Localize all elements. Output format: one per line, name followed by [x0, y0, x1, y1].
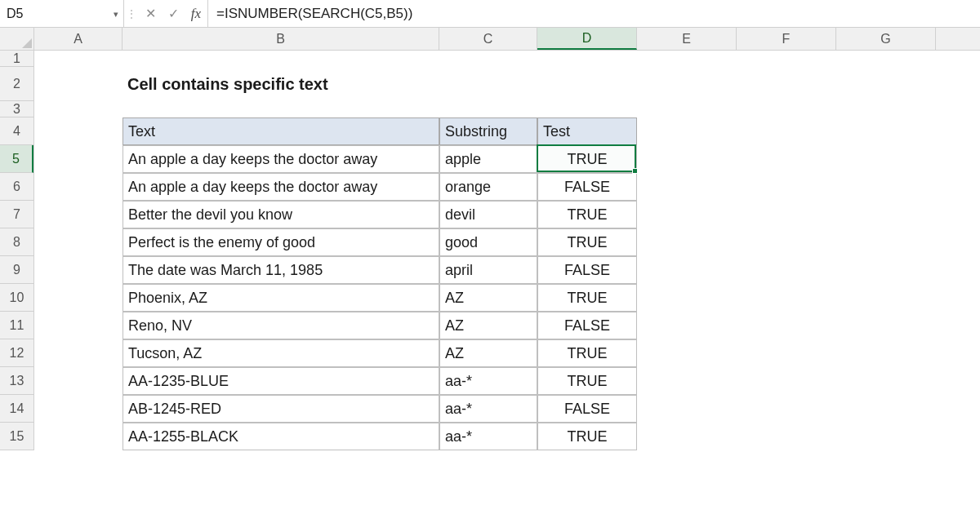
row-header-1[interactable]: 1	[0, 51, 33, 67]
table-cell-text[interactable]: An apple a day keeps the doctor away	[122, 173, 439, 201]
table-cell-test[interactable]: TRUE	[537, 367, 637, 395]
cell[interactable]	[836, 67, 936, 101]
table-cell-substring[interactable]: apple	[439, 145, 537, 173]
cell[interactable]	[936, 67, 980, 101]
row-header-3[interactable]: 3	[0, 101, 33, 117]
table-cell-substring[interactable]: orange	[439, 173, 537, 201]
cell[interactable]	[836, 395, 936, 423]
cell[interactable]	[34, 339, 122, 367]
cell[interactable]	[637, 173, 737, 201]
row-header-14[interactable]: 14	[0, 395, 33, 423]
cells-area[interactable]: Cell contains specific textTextSubstring…	[34, 51, 980, 450]
cell[interactable]	[439, 51, 537, 67]
cell[interactable]	[637, 145, 737, 173]
cell[interactable]	[936, 256, 980, 284]
table-cell-test[interactable]: TRUE	[537, 201, 637, 228]
cell[interactable]	[737, 67, 836, 101]
cell[interactable]	[537, 101, 637, 117]
cell[interactable]	[836, 339, 936, 367]
cell[interactable]	[936, 339, 980, 367]
row-header-5[interactable]: 5	[0, 145, 33, 173]
cell[interactable]	[34, 395, 122, 423]
cell[interactable]	[936, 423, 980, 450]
cell[interactable]	[836, 256, 936, 284]
cell[interactable]	[836, 51, 936, 67]
cell[interactable]	[836, 284, 936, 312]
table-cell-test[interactable]: TRUE	[537, 145, 637, 173]
table-cell-test[interactable]: TRUE	[537, 228, 637, 256]
col-header-B[interactable]: B	[122, 28, 439, 50]
cell[interactable]	[637, 201, 737, 228]
cell[interactable]	[936, 312, 980, 339]
cell[interactable]	[936, 51, 980, 67]
cell[interactable]	[836, 117, 936, 145]
cell[interactable]	[439, 101, 537, 117]
table-header-text[interactable]: Text	[122, 117, 439, 145]
cell[interactable]	[637, 339, 737, 367]
col-header-A[interactable]: A	[34, 28, 122, 50]
table-cell-text[interactable]: AB-1245-RED	[122, 395, 439, 423]
cell[interactable]	[637, 256, 737, 284]
col-header-G[interactable]: G	[836, 28, 936, 50]
table-cell-substring[interactable]: AZ	[439, 339, 537, 367]
cell[interactable]	[836, 101, 936, 117]
table-cell-text[interactable]: Reno, NV	[122, 312, 439, 339]
cell[interactable]	[836, 173, 936, 201]
table-cell-substring[interactable]: good	[439, 228, 537, 256]
cell[interactable]	[537, 67, 637, 101]
cell[interactable]	[737, 173, 836, 201]
cell[interactable]	[34, 367, 122, 395]
cell[interactable]	[122, 101, 439, 117]
cell[interactable]	[34, 145, 122, 173]
cell[interactable]	[637, 51, 737, 67]
table-cell-text[interactable]: An apple a day keeps the doctor away	[122, 145, 439, 173]
cell[interactable]	[637, 395, 737, 423]
cell[interactable]	[34, 284, 122, 312]
cell[interactable]	[936, 395, 980, 423]
cell[interactable]	[936, 284, 980, 312]
chevron-down-icon[interactable]: ▾	[114, 8, 118, 19]
row-header-9[interactable]: 9	[0, 256, 33, 284]
col-header-E[interactable]: E	[637, 28, 737, 50]
cell[interactable]	[34, 67, 122, 101]
cell[interactable]	[936, 145, 980, 173]
cell[interactable]	[34, 256, 122, 284]
table-cell-substring[interactable]: aa-*	[439, 423, 537, 450]
cell[interactable]	[936, 201, 980, 228]
cell[interactable]	[737, 51, 836, 67]
formula-input[interactable]: =ISNUMBER(SEARCH(C5,B5))	[208, 0, 980, 27]
cell[interactable]	[637, 117, 737, 145]
fx-icon[interactable]: fx	[185, 0, 207, 27]
page-title[interactable]: Cell contains specific text	[122, 67, 439, 101]
cell[interactable]	[936, 101, 980, 117]
row-header-13[interactable]: 13	[0, 367, 33, 395]
col-header-C[interactable]: C	[439, 28, 537, 50]
cell[interactable]	[34, 423, 122, 450]
table-cell-substring[interactable]: AZ	[439, 284, 537, 312]
table-cell-test[interactable]: TRUE	[537, 284, 637, 312]
cell[interactable]	[936, 173, 980, 201]
cell[interactable]	[836, 145, 936, 173]
cell[interactable]	[439, 67, 537, 101]
cancel-icon[interactable]: ✕	[139, 0, 162, 27]
cell[interactable]	[737, 284, 836, 312]
cell[interactable]	[537, 51, 637, 67]
table-cell-test[interactable]: TRUE	[537, 423, 637, 450]
cell[interactable]	[122, 51, 439, 67]
table-cell-text[interactable]: Better the devil you know	[122, 201, 439, 228]
table-cell-text[interactable]: The date was March 11, 1985	[122, 256, 439, 284]
table-cell-test[interactable]: FALSE	[537, 173, 637, 201]
accept-icon[interactable]: ✓	[162, 0, 185, 27]
table-cell-test[interactable]: FALSE	[537, 395, 637, 423]
table-cell-substring[interactable]: aa-*	[439, 367, 537, 395]
cell[interactable]	[637, 312, 737, 339]
cell[interactable]	[737, 339, 836, 367]
name-box[interactable]: D5 ▾	[0, 0, 124, 27]
row-header-7[interactable]: 7	[0, 201, 33, 228]
cell[interactable]	[936, 367, 980, 395]
cell[interactable]	[737, 367, 836, 395]
cell[interactable]	[836, 423, 936, 450]
cell[interactable]	[936, 228, 980, 256]
table-header-test[interactable]: Test	[537, 117, 637, 145]
cell[interactable]	[737, 395, 836, 423]
